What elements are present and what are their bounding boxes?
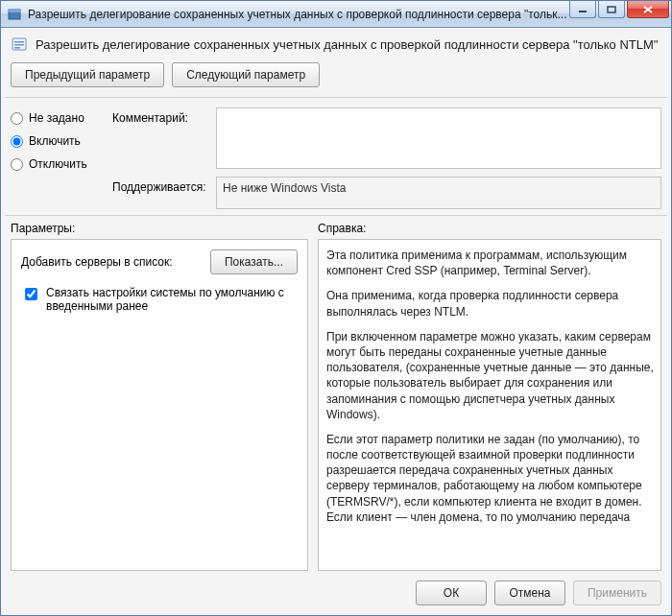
svg-rect-8	[14, 44, 24, 46]
help-paragraph: При включенном параметре можно указать, …	[326, 329, 657, 422]
policy-icon	[11, 36, 28, 53]
supported-row: Поддерживается: Не ниже Windows Vista	[112, 177, 661, 209]
help-paragraph: Эта политика применима к программам, исп…	[326, 248, 657, 278]
window-controls	[567, 1, 669, 27]
params-heading: Параметры:	[11, 222, 318, 235]
app-icon	[7, 7, 22, 22]
supported-label: Поддерживается:	[112, 177, 208, 209]
comment-label: Комментарий:	[112, 107, 208, 169]
radio-disabled[interactable]: Отключить	[11, 157, 107, 171]
help-paragraph: Она применима, когда проверка подлинност…	[326, 288, 657, 319]
radio-label: Отключить	[29, 157, 87, 171]
config-area: Не задано Включить Отключить Комментарий…	[1, 98, 671, 215]
cancel-button[interactable]: Отмена	[494, 580, 565, 605]
content-area: Разрешить делегирование сохраненных учет…	[1, 28, 671, 615]
concat-defaults-input[interactable]	[25, 288, 37, 300]
previous-setting-button[interactable]: Предыдущий параметр	[11, 62, 164, 87]
show-button[interactable]: Показать...	[210, 249, 298, 274]
titlebar[interactable]: Разрешить делегирование сохраненных учет…	[1, 1, 671, 28]
help-heading: Справка:	[318, 222, 366, 235]
help-paragraph: Если этот параметр политики не задан (по…	[326, 432, 657, 525]
radio-enabled-input[interactable]	[11, 135, 23, 148]
maximize-button[interactable]	[598, 1, 625, 18]
svg-rect-9	[14, 47, 20, 49]
svg-rect-3	[608, 7, 615, 12]
radio-disabled-input[interactable]	[11, 158, 23, 171]
svg-rect-1	[9, 10, 20, 12]
split-labels: Параметры: Справка:	[1, 216, 671, 239]
concat-defaults-label: Связать настройки системы по умолчанию с…	[46, 286, 298, 313]
policy-header: Разрешить делегирование сохраненных учет…	[1, 28, 671, 59]
svg-rect-7	[14, 41, 24, 43]
comment-input[interactable]	[216, 107, 661, 169]
dialog-window: Разрешить делегирование сохраненных учет…	[0, 0, 672, 616]
ok-button[interactable]: ОК	[416, 580, 487, 605]
dialog-footer: ОК Отмена Применить	[1, 571, 671, 615]
help-panel[interactable]: Эта политика применима к программам, исп…	[318, 239, 661, 571]
radio-label: Включить	[29, 134, 81, 148]
next-setting-button[interactable]: Следующий параметр	[172, 62, 320, 87]
comment-row: Комментарий:	[112, 107, 661, 169]
state-radio-group: Не задано Включить Отключить	[11, 107, 107, 209]
radio-not-configured-input[interactable]	[11, 112, 23, 125]
close-button[interactable]	[627, 1, 669, 18]
add-servers-label: Добавить серверы в список:	[21, 255, 173, 269]
radio-enabled[interactable]: Включить	[11, 134, 107, 148]
concat-defaults-checkbox[interactable]: Связать настройки системы по умолчанию с…	[21, 286, 298, 313]
supported-value: Не ниже Windows Vista	[216, 177, 661, 209]
fields-column: Комментарий: Поддерживается: Не ниже Win…	[112, 107, 661, 209]
add-servers-row: Добавить серверы в список: Показать...	[21, 249, 298, 274]
nav-buttons: Предыдущий параметр Следующий параметр	[1, 59, 671, 97]
apply-button[interactable]: Применить	[573, 580, 661, 605]
radio-not-configured[interactable]: Не задано	[11, 111, 107, 125]
radio-label: Не задано	[29, 111, 84, 125]
policy-title: Разрешить делегирование сохраненных учет…	[36, 37, 658, 52]
minimize-button[interactable]	[569, 1, 596, 18]
window-title: Разрешить делегирование сохраненных учет…	[28, 8, 567, 21]
split-body: Добавить серверы в список: Показать... С…	[1, 239, 671, 571]
params-panel: Добавить серверы в список: Показать... С…	[11, 239, 308, 571]
